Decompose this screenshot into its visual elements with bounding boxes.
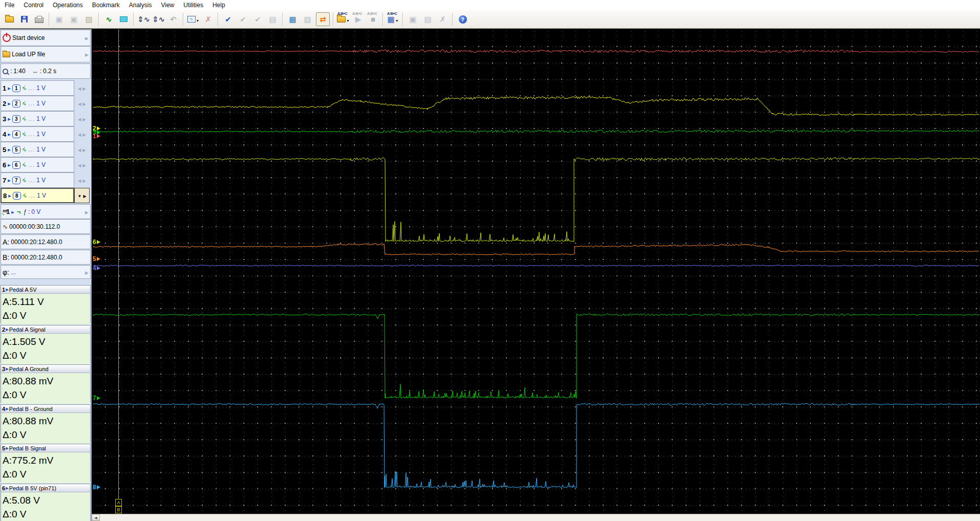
channel-scale-value[interactable]: 1 V [36, 146, 46, 153]
menu-operations[interactable]: Operations [48, 1, 88, 10]
abc-window[interactable]: A:B+C▦ [387, 13, 399, 26]
compare-signals-active[interactable]: ⇄ [316, 12, 330, 26]
open-file[interactable] [3, 13, 16, 26]
measurement-panel-header[interactable]: 5 Pedal B Signal [1, 444, 90, 452]
zero-marker-channel-7[interactable]: 7 [93, 395, 100, 401]
channel-stepper[interactable] [74, 96, 90, 111]
channel-row-1[interactable]: 1 1 ... 1 V [1, 80, 91, 96]
scroll-left-button[interactable] [92, 514, 100, 521]
start-device-row[interactable]: Start device [1, 30, 91, 46]
measurement-panel-header[interactable]: 4 Pedal B - Ground [1, 405, 90, 413]
channel-scale-value[interactable]: 1 V [36, 115, 46, 122]
zero-marker-channel-1[interactable]: 1 [93, 133, 100, 139]
dropdown-arrow-icon[interactable] [395, 15, 399, 24]
increase-arrow-icon[interactable] [83, 192, 86, 199]
decrease-arrow-icon[interactable] [78, 161, 81, 168]
channel-scale-value[interactable]: 1 V [36, 100, 46, 107]
decrease-arrow-icon[interactable] [78, 146, 81, 153]
menu-help[interactable]: Help [208, 1, 230, 10]
delete-disabled[interactable]: ✗ [436, 13, 449, 26]
report-disabled[interactable]: ▤ [266, 13, 279, 26]
record-time-value[interactable]: 00000:00:30.112.0 [9, 223, 60, 230]
channel-stepper[interactable] [74, 157, 90, 172]
channel-scale-value[interactable]: 1 V [36, 161, 46, 168]
channel-row-2[interactable]: 2 2 ... 1 V [1, 96, 91, 111]
channel-row-5[interactable]: 5 5 ... 1 V [1, 142, 91, 157]
abc-open[interactable]: A:B+C [337, 13, 350, 26]
zoom-ratio-value[interactable]: 1:40 [13, 68, 25, 75]
zoom-view[interactable] [187, 13, 200, 26]
cursor-a-flag[interactable]: A [115, 499, 122, 506]
increase-arrow-icon[interactable] [83, 161, 86, 168]
vertical-scale[interactable]: ⇕∿ [137, 13, 150, 26]
accept-next-disabled[interactable]: ✔ [251, 13, 264, 26]
channel-row-7[interactable]: 7 7 ... 1 V [1, 172, 91, 188]
zero-marker-channel-6[interactable]: 6 [93, 239, 100, 245]
setup-disabled[interactable]: ▨ [82, 13, 95, 26]
accept-prev-disabled[interactable]: ✔ [237, 13, 249, 26]
scope-canvas[interactable] [92, 29, 980, 513]
vertical-scale-alt[interactable]: ⇕∿ [152, 13, 165, 26]
increase-arrow-icon[interactable] [83, 84, 86, 92]
help[interactable] [456, 13, 469, 26]
print[interactable] [33, 13, 46, 26]
channel-scale-value[interactable]: 1 V [36, 84, 46, 92]
decrease-arrow-icon[interactable] [78, 115, 81, 122]
channel-stepper[interactable] [74, 126, 90, 142]
menu-file[interactable]: File [0, 1, 19, 10]
decrease-arrow-icon[interactable] [77, 192, 81, 199]
increase-arrow-icon[interactable] [83, 115, 86, 122]
increase-arrow-icon[interactable] [83, 177, 86, 184]
dropdown-arrow-icon[interactable] [346, 15, 350, 24]
menu-control[interactable]: Control [19, 1, 48, 10]
trigger-level-value[interactable]: 0 V [31, 208, 40, 215]
phase-row[interactable]: φ: ... [1, 265, 91, 279]
view-copy-disabled[interactable]: ▣ [53, 13, 66, 26]
menu-bookmark[interactable]: Bookmark [88, 1, 124, 10]
increase-arrow-icon[interactable] [83, 131, 86, 138]
cursor-b-flag[interactable]: B [115, 506, 122, 513]
record-time-row[interactable]: 00000:00:30.112.0 [1, 219, 91, 234]
decrease-arrow-icon[interactable] [78, 131, 81, 138]
menu-view[interactable]: View [156, 1, 179, 10]
channel-stepper[interactable] [74, 172, 90, 188]
channel-stepper[interactable] [74, 111, 90, 126]
channel-stepper[interactable] [74, 188, 90, 203]
channel-row-8[interactable]: 8 8 ... 1 V [1, 188, 91, 203]
decrease-arrow-icon[interactable] [78, 100, 81, 107]
expand-arrow-icon[interactable] [85, 34, 89, 41]
script-chart[interactable]: ▦ [286, 13, 299, 26]
time-window-value[interactable]: 0.2 s [43, 68, 56, 75]
channel-scale-value[interactable]: 1 V [36, 177, 46, 184]
menu-utilities[interactable]: Utilities [179, 1, 208, 10]
zero-marker-channel-5[interactable]: 5 [93, 256, 100, 262]
measurement-panel-header[interactable]: 3 Pedal A Ground [1, 365, 90, 373]
menu-analysis[interactable]: Analysis [124, 1, 157, 10]
cursor-a-value[interactable]: 00000:20:12.480.0 [11, 238, 62, 246]
increase-arrow-icon[interactable] [83, 100, 86, 107]
cursor-b-row[interactable]: B: 00000:20:12.480.0 [1, 250, 91, 265]
increase-arrow-icon[interactable] [83, 146, 86, 153]
zero-marker-channel-8[interactable]: 8 [93, 484, 100, 490]
chart-view-disabled[interactable]: ▣ [407, 13, 419, 26]
measurement-panel-header[interactable]: 2 Pedal A Signal [1, 325, 90, 334]
expand-arrow-icon[interactable] [85, 51, 89, 58]
decrease-arrow-icon[interactable] [78, 84, 81, 92]
channel-scale-value[interactable]: 1 V [36, 131, 46, 138]
cursor-a-row[interactable]: A: 00000:20:12.480.0 [1, 234, 91, 249]
cursor-b-value[interactable]: 00000:20:12.480.0 [11, 254, 62, 261]
abc-run-disabled[interactable]: A:B+C▶ [352, 13, 365, 26]
scroll-track[interactable] [100, 514, 980, 521]
measurement-panel-header[interactable]: 1 Pedal A 5V [1, 286, 90, 294]
measure-signal[interactable]: ∿ [102, 13, 115, 26]
channel-stepper[interactable] [74, 142, 90, 157]
channel-stepper[interactable] [74, 80, 90, 96]
undo-disabled[interactable]: ↶ [167, 13, 180, 26]
load-up-file-row[interactable]: Load UP file [1, 46, 91, 62]
horizontal-scrollbar[interactable] [92, 514, 980, 521]
accept[interactable]: ✔ [222, 13, 235, 26]
measurement-panel-header[interactable]: 6 Pedal B 5V (pin71) [1, 484, 90, 492]
zoom-time-row[interactable]: 1:40 0.2 s [1, 63, 91, 79]
report-view-disabled[interactable]: ▤ [421, 13, 434, 26]
save-file[interactable] [18, 13, 31, 26]
